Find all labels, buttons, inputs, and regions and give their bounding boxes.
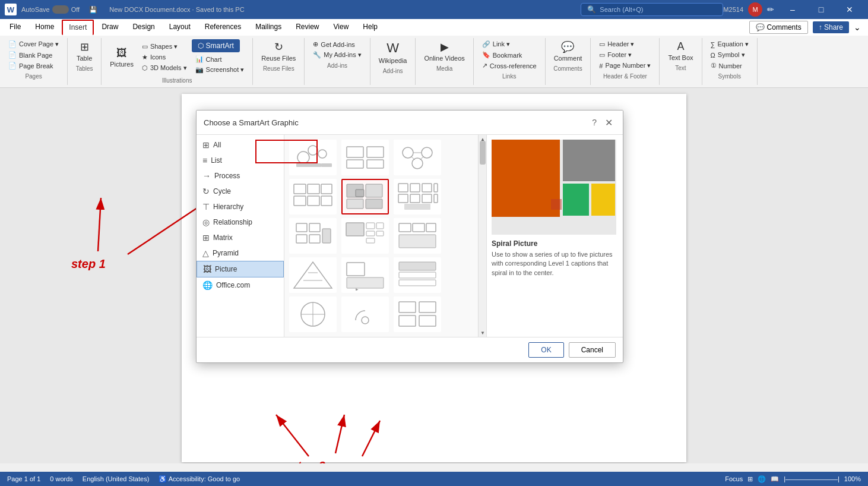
svg-rect-34 bbox=[410, 184, 420, 192]
svg-rect-12 bbox=[347, 147, 363, 157]
smartart-item-7[interactable] bbox=[289, 218, 337, 254]
svg-rect-13 bbox=[367, 147, 384, 157]
hierarchy-icon: ⊤ bbox=[202, 202, 210, 212]
svg-rect-61 bbox=[347, 277, 384, 288]
scrollbar-thumb[interactable] bbox=[480, 141, 486, 165]
svg-rect-11 bbox=[321, 163, 332, 167]
category-cycle[interactable]: ↻ Cycle bbox=[197, 184, 284, 199]
spiral-picture-large-preview bbox=[492, 140, 616, 235]
svg-rect-35 bbox=[422, 184, 432, 192]
smartart-item-3[interactable] bbox=[394, 140, 441, 175]
dialog-overlay: Choose a SmartArt Graphic ? ✕ ⊞ All ≡ Li… bbox=[0, 0, 868, 486]
relationship-icon: ◎ bbox=[202, 217, 210, 227]
svg-rect-46 bbox=[322, 229, 331, 243]
status-bar: Page 1 of 1 0 words English (United Stat… bbox=[0, 472, 868, 486]
svg-rect-64 bbox=[399, 272, 436, 278]
svg-rect-65 bbox=[399, 280, 436, 286]
smartart-item-14[interactable] bbox=[341, 296, 389, 332]
svg-rect-56 bbox=[399, 235, 436, 248]
accessibility-status[interactable]: ♿ Accessibility: Good to go bbox=[159, 475, 240, 483]
print-layout-icon[interactable]: ⊞ bbox=[747, 475, 753, 483]
smartart-item-11[interactable]: ▶ bbox=[341, 257, 389, 293]
svg-point-17 bbox=[422, 147, 432, 158]
scroll-down-button[interactable]: ▼ bbox=[479, 329, 486, 337]
svg-rect-45 bbox=[309, 235, 320, 243]
svg-text:▶: ▶ bbox=[356, 288, 359, 291]
svg-point-69 bbox=[362, 317, 369, 324]
svg-rect-26 bbox=[308, 196, 319, 206]
smartart-item-1[interactable] bbox=[289, 140, 337, 175]
smartart-item-15-preview bbox=[396, 299, 439, 330]
dialog-categories: ⊞ All ≡ List → Process ↻ Cycle ⊤ Hiera bbox=[197, 135, 284, 337]
dialog-preview-panel: Spiral Picture Use to show a series of u… bbox=[486, 135, 623, 337]
smartart-item-14-preview bbox=[344, 299, 387, 330]
svg-rect-23 bbox=[308, 184, 319, 194]
smartart-item-3-preview bbox=[396, 142, 439, 173]
svg-rect-77 bbox=[591, 184, 615, 216]
dialog-help-button[interactable]: ? bbox=[592, 118, 597, 127]
spiral-picture-preview bbox=[344, 181, 387, 212]
smartart-item-13[interactable] bbox=[289, 296, 337, 332]
category-relationship[interactable]: ◎ Relationship bbox=[197, 214, 284, 230]
smartart-item-spiral-picture[interactable] bbox=[341, 179, 389, 214]
preview-title: Spiral Picture bbox=[492, 239, 618, 248]
smartart-item-8-preview bbox=[344, 220, 387, 251]
accessibility-icon: ♿ bbox=[159, 475, 167, 482]
category-office[interactable]: 🌐 Office.com bbox=[197, 277, 284, 293]
picture-cat-icon: 🖼 bbox=[203, 264, 211, 274]
smartart-item-13-preview bbox=[292, 299, 334, 330]
svg-rect-50 bbox=[366, 238, 375, 243]
category-process[interactable]: → Process bbox=[197, 168, 284, 184]
pyramid-icon: △ bbox=[202, 248, 209, 258]
svg-rect-27 bbox=[321, 196, 332, 206]
svg-rect-78 bbox=[551, 199, 562, 210]
svg-rect-14 bbox=[347, 160, 363, 168]
dialog-cancel-button[interactable]: Cancel bbox=[569, 342, 616, 358]
svg-rect-55 bbox=[426, 223, 436, 232]
dialog-scrollbar[interactable]: ▲ ▼ bbox=[478, 135, 486, 337]
category-picture[interactable]: 🖼 Picture bbox=[197, 261, 284, 277]
smartart-item-12[interactable] bbox=[394, 257, 441, 293]
dialog-close-button[interactable]: ✕ bbox=[601, 115, 616, 130]
svg-point-6 bbox=[297, 152, 309, 163]
preview-image bbox=[492, 140, 616, 235]
dialog-smartart-grid-container: ▶ bbox=[284, 135, 486, 337]
svg-rect-32 bbox=[356, 190, 364, 197]
smartart-item-6-preview bbox=[396, 181, 439, 212]
smartart-item-2-preview bbox=[344, 142, 387, 173]
dialog-body: ⊞ All ≡ List → Process ↻ Cycle ⊤ Hiera bbox=[197, 135, 623, 337]
smartart-item-4[interactable] bbox=[289, 179, 337, 214]
smartart-item-7-preview bbox=[292, 220, 334, 251]
list-icon: ≡ bbox=[202, 156, 207, 165]
dialog-footer: OK Cancel bbox=[197, 337, 623, 362]
smartart-item-2[interactable] bbox=[341, 140, 389, 175]
smartart-item-6[interactable] bbox=[394, 179, 441, 214]
preview-description: Use to show a series of up to five pictu… bbox=[492, 250, 618, 277]
smartart-item-9[interactable] bbox=[394, 218, 441, 254]
category-all[interactable]: ⊞ All bbox=[197, 137, 284, 153]
smartart-item-9-preview bbox=[396, 220, 439, 251]
web-layout-icon[interactable]: 🌐 bbox=[758, 475, 766, 483]
read-mode-icon[interactable]: 📖 bbox=[771, 475, 779, 483]
svg-rect-37 bbox=[398, 194, 408, 203]
zoom-slider[interactable]: |————————| bbox=[784, 475, 840, 482]
svg-point-8 bbox=[318, 150, 327, 158]
dialog-title-bar: Choose a SmartArt Graphic ? ✕ bbox=[197, 111, 623, 135]
category-matrix[interactable]: ⊞ Matrix bbox=[197, 230, 284, 245]
category-list[interactable]: ≡ List bbox=[197, 153, 284, 168]
svg-rect-22 bbox=[294, 184, 306, 194]
focus-button[interactable]: Focus bbox=[725, 475, 743, 482]
smartart-item-10-preview bbox=[292, 260, 334, 291]
category-hierarchy[interactable]: ⊤ Hierarchy bbox=[197, 199, 284, 214]
all-icon: ⊞ bbox=[202, 140, 210, 150]
svg-rect-63 bbox=[399, 262, 436, 270]
dialog-ok-button[interactable]: OK bbox=[528, 342, 563, 358]
smartart-item-10[interactable] bbox=[289, 257, 337, 293]
category-pyramid[interactable]: △ Pyramid bbox=[197, 245, 284, 261]
smartart-item-15[interactable] bbox=[394, 296, 441, 332]
process-icon: → bbox=[202, 171, 211, 181]
svg-rect-42 bbox=[296, 223, 307, 232]
smartart-item-8[interactable] bbox=[341, 218, 389, 254]
svg-rect-48 bbox=[366, 223, 375, 229]
dialog-title-text: Choose a SmartArt Graphic bbox=[204, 118, 299, 127]
